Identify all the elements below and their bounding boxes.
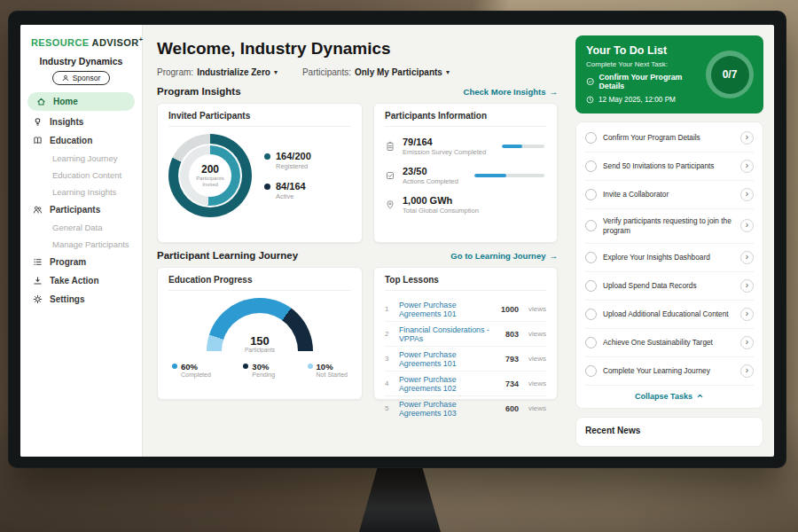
filters-row: Program: Industrialize Zero ▾ Participan… bbox=[157, 67, 558, 77]
todo-next-task[interactable]: Confirm Your Program Details bbox=[586, 73, 703, 90]
lesson-rank: 2 bbox=[385, 330, 392, 338]
lesson-views-value: 734 bbox=[505, 379, 519, 388]
info-value: 1,000 GWh bbox=[403, 195, 479, 206]
progress-fill bbox=[502, 145, 522, 148]
home-icon bbox=[36, 97, 46, 106]
sidebar-item-label: General Data bbox=[52, 223, 103, 232]
sidebar-item-settings[interactable]: Settings bbox=[20, 290, 142, 309]
legend-label: Registered bbox=[276, 162, 311, 170]
sidebar-item-education[interactable]: Education bbox=[20, 131, 142, 150]
lesson-title-link[interactable]: Power Purchase Agreements 101 bbox=[399, 301, 494, 318]
participants-information-card: Participants Information 79/164 Emission… bbox=[373, 103, 558, 243]
checkbox-circle[interactable] bbox=[585, 220, 597, 231]
task-row[interactable]: Confirm Your Program Details › bbox=[585, 124, 754, 153]
page-title: Welcome, Industry Dynamics bbox=[157, 39, 558, 59]
person-icon bbox=[62, 74, 69, 82]
lesson-views-unit: views bbox=[528, 305, 546, 313]
task-row[interactable]: Invite a Collaborator › bbox=[585, 181, 754, 209]
sidebar-item-insights[interactable]: Insights bbox=[20, 113, 142, 131]
task-row[interactable]: Upload Spend Data Records › bbox=[585, 272, 754, 301]
lesson-rank: 4 bbox=[385, 379, 392, 387]
sidebar-item-learning-insights[interactable]: Learning Insights bbox=[20, 184, 142, 200]
program-filter[interactable]: Program: Industrialize Zero ▾ bbox=[157, 67, 278, 77]
legend-item-active: 84/164 Active bbox=[264, 181, 311, 200]
chevron-right-icon[interactable]: › bbox=[740, 131, 754, 145]
legend-label: Not Started bbox=[317, 372, 348, 378]
sidebar-item-home[interactable]: Home bbox=[27, 92, 135, 111]
gauge-legend: 60% Completed 30% Pending bbox=[172, 362, 348, 378]
check-circle-icon bbox=[586, 77, 594, 86]
lesson-row: 3 Power Purchase Agreements 101 793 view… bbox=[385, 347, 546, 372]
checkbox-circle[interactable] bbox=[585, 280, 597, 292]
sidebar-item-label: Take Action bbox=[50, 276, 99, 286]
chevron-right-icon[interactable]: › bbox=[740, 251, 754, 264]
chevron-right-icon[interactable]: › bbox=[740, 188, 754, 201]
top-lessons-card: Top Lessons 1 Power Purchase Agreements … bbox=[373, 267, 558, 400]
lesson-views-unit: views bbox=[528, 404, 546, 412]
sidebar-item-learning-journey[interactable]: Learning Journey bbox=[20, 150, 142, 167]
checkbox-circle[interactable] bbox=[585, 365, 597, 377]
lesson-title-link[interactable]: Power Purchase Agreements 103 bbox=[399, 400, 498, 418]
progress-fill bbox=[474, 174, 506, 177]
check-more-insights-link[interactable]: Check More Insights → bbox=[464, 87, 558, 97]
legend-value: 164/200 bbox=[276, 151, 311, 161]
chevron-right-icon[interactable]: › bbox=[740, 279, 754, 293]
recent-news-card: Recent News bbox=[575, 417, 763, 447]
sidebar-item-take-action[interactable]: Take Action bbox=[20, 271, 142, 290]
lesson-rank: 5 bbox=[385, 404, 392, 412]
participants-filter[interactable]: Participants: Only My Participants ▾ bbox=[302, 67, 450, 77]
checkbox-circle[interactable] bbox=[585, 309, 597, 320]
task-row[interactable]: Explore Your Insights Dashboard › bbox=[585, 244, 754, 272]
location-pin-icon bbox=[385, 200, 395, 210]
chevron-up-icon bbox=[696, 392, 704, 400]
lesson-rank: 1 bbox=[385, 305, 392, 313]
sidebar-item-education-content[interactable]: Education Content bbox=[20, 167, 142, 184]
logo-primary: RESOURCE bbox=[31, 37, 90, 48]
chevron-right-icon[interactable]: › bbox=[740, 336, 754, 349]
arrow-right-icon: → bbox=[550, 251, 559, 261]
info-label: Total Global Consumption bbox=[403, 207, 479, 215]
checkbox-circle[interactable] bbox=[585, 189, 597, 200]
sidebar-item-label: Participants bbox=[50, 205, 100, 215]
checkbox-circle[interactable] bbox=[585, 337, 597, 348]
task-row[interactable]: Send 50 Invitations to Participants › bbox=[585, 153, 754, 181]
lesson-rank: 3 bbox=[385, 355, 392, 363]
checkbox-circle[interactable] bbox=[585, 160, 597, 172]
chevron-right-icon[interactable]: › bbox=[740, 364, 754, 378]
task-row[interactable]: Upload Additional Educational Content › bbox=[585, 301, 754, 329]
collapse-tasks-button[interactable]: Collapse Tasks bbox=[585, 386, 754, 406]
legend-dot bbox=[264, 184, 270, 190]
card-title: Top Lessons bbox=[385, 275, 546, 291]
learning-journey-cards: Education Progress 150 Participants bbox=[157, 267, 558, 400]
education-gauge-chart: 150 Participants bbox=[207, 298, 313, 353]
sidebar-item-manage-participants[interactable]: Manage Participants bbox=[20, 236, 142, 253]
go-to-learning-journey-link[interactable]: Go to Learning Journey → bbox=[450, 251, 558, 261]
lesson-title-link[interactable]: Power Purchase Agreements 102 bbox=[399, 375, 498, 393]
participants-filter-value: Only My Participants bbox=[355, 67, 442, 77]
program-filter-label: Program: bbox=[157, 67, 193, 77]
sidebar-item-general-data[interactable]: General Data bbox=[20, 219, 142, 236]
task-row[interactable]: Verify participants requesting to join t… bbox=[585, 209, 754, 244]
invited-donut-chart: 200 Participants Invited 164/200 Registe… bbox=[168, 134, 351, 217]
recent-news-title: Recent News bbox=[585, 426, 640, 435]
chevron-down-icon: ▾ bbox=[446, 68, 450, 76]
chevron-right-icon[interactable]: › bbox=[740, 160, 754, 173]
info-label: Actions Completed bbox=[403, 177, 458, 185]
lesson-title-link[interactable]: Power Purchase Agreements 101 bbox=[399, 350, 498, 368]
chevron-right-icon[interactable]: › bbox=[740, 308, 754, 321]
dashboard-screen: RESOURCE ADVISOR+ Industry Dynamics Spon… bbox=[20, 25, 774, 457]
sidebar-item-participants[interactable]: Participants bbox=[20, 200, 142, 219]
gauge-center-label: Participants bbox=[207, 347, 313, 353]
task-row[interactable]: Achieve One Sustainability Target › bbox=[585, 329, 754, 357]
sponsor-badge[interactable]: Sponsor bbox=[52, 71, 111, 85]
download-action-icon bbox=[33, 276, 43, 286]
lesson-title-link[interactable]: Financial Considerations - VPPAs bbox=[399, 325, 498, 343]
donut-center-label: Participants Invited bbox=[192, 176, 228, 188]
checkbox-circle[interactable] bbox=[585, 252, 597, 263]
program-filter-value: Industrialize Zero bbox=[197, 67, 270, 77]
sidebar-item-program[interactable]: Program bbox=[20, 253, 142, 271]
checkbox-circle[interactable] bbox=[585, 132, 597, 144]
chevron-right-icon[interactable]: › bbox=[740, 219, 754, 232]
task-row[interactable]: Complete Your Learning Journey › bbox=[585, 357, 754, 386]
legend-label: Completed bbox=[181, 372, 211, 378]
